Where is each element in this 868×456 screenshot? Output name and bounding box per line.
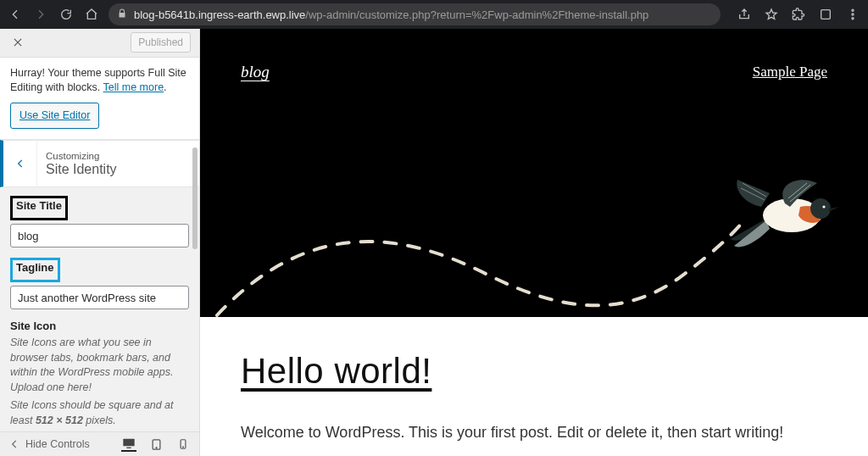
post-title[interactable]: Hello world! <box>241 351 827 392</box>
use-site-editor-button[interactable]: Use Site Editor <box>10 103 99 130</box>
site-icon-desc-1: Site Icons are what you see in browser t… <box>10 336 189 395</box>
site-preview: blog Sample Page <box>200 29 868 456</box>
customizer-sidebar: Published Hurray! Your theme supports Fu… <box>0 29 200 456</box>
site-icon-label: Site Icon <box>10 320 189 332</box>
forward-button[interactable] <box>32 6 49 23</box>
hero-image: blog Sample Page <box>200 29 868 317</box>
star-icon[interactable] <box>763 6 780 23</box>
svg-point-12 <box>822 205 825 208</box>
post-excerpt: Welcome to WordPress. This is your first… <box>241 424 827 442</box>
section-title: Site Identity <box>46 162 117 177</box>
hide-controls-button[interactable]: Hide Controls <box>8 438 90 450</box>
menu-icon[interactable] <box>844 6 861 23</box>
section-header: Customizing Site Identity <box>0 140 199 187</box>
close-customizer-button[interactable] <box>8 33 27 52</box>
nav-sample-page[interactable]: Sample Page <box>753 64 827 81</box>
device-mobile-button[interactable] <box>175 437 191 452</box>
publish-button[interactable]: Published <box>131 32 191 53</box>
svg-point-9 <box>183 447 184 448</box>
breadcrumb: Customizing <box>46 151 117 161</box>
site-icon-desc-2: Site Icons should be square and at least… <box>10 398 189 428</box>
reload-button[interactable] <box>58 6 75 23</box>
svg-rect-5 <box>126 447 131 448</box>
lock-icon <box>117 8 127 21</box>
tell-me-more-link[interactable]: Tell me more <box>103 81 164 93</box>
address-bar[interactable]: blog-b5641b.ingress-earth.ewp.live/wp-ad… <box>108 3 721 25</box>
preview-site-title[interactable]: blog <box>241 63 270 81</box>
bird-illustration <box>729 178 839 256</box>
back-button[interactable] <box>7 6 24 23</box>
svg-point-11 <box>810 198 831 219</box>
device-tablet-button[interactable] <box>148 437 164 452</box>
url-path: /wp-admin/customize.php?return=%2Fwp-adm… <box>305 8 648 21</box>
url-host: blog-b5641b.ingress-earth.ewp.live <box>134 8 305 21</box>
svg-rect-0 <box>821 10 831 19</box>
account-icon[interactable] <box>817 6 834 23</box>
back-to-sections-button[interactable] <box>3 140 37 187</box>
extensions-icon[interactable] <box>790 6 807 23</box>
site-title-input[interactable] <box>10 224 189 247</box>
svg-point-3 <box>852 18 854 19</box>
home-button[interactable] <box>83 6 100 23</box>
share-icon[interactable] <box>736 6 753 23</box>
browser-toolbar: blog-b5641b.ingress-earth.ewp.live/wp-ad… <box>0 0 868 29</box>
tagline-label: Tagline <box>16 261 54 274</box>
site-title-label: Site Title <box>16 199 62 212</box>
svg-point-1 <box>852 9 854 11</box>
svg-point-7 <box>156 447 157 448</box>
tagline-input[interactable] <box>10 286 189 309</box>
fse-notice: Hurray! Your theme supports Full Site Ed… <box>0 58 199 141</box>
sidebar-scrollbar[interactable] <box>191 54 199 431</box>
svg-point-2 <box>852 14 854 15</box>
customizer-footer: Hide Controls <box>0 431 199 456</box>
svg-rect-4 <box>123 438 134 446</box>
device-desktop-button[interactable] <box>121 437 136 452</box>
